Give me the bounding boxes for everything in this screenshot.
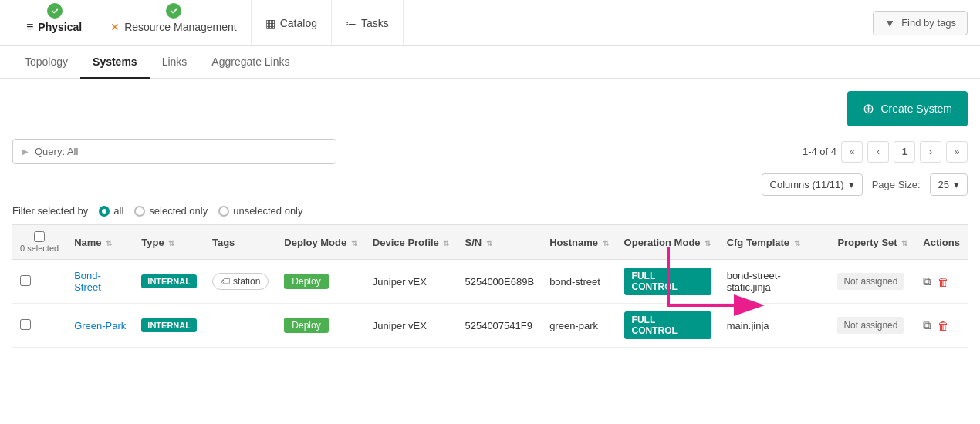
th-sn[interactable]: S/N ⇅: [457, 225, 542, 260]
query-bar[interactable]: ▶ Query: All: [12, 139, 336, 164]
row1-type-badge: INTERNAL: [141, 274, 197, 288]
table-container: 0 selected Name ⇅ Type ⇅ Tags: [12, 224, 968, 348]
pagination-info: 1-4 of 4 « ‹ 1 › »: [803, 141, 968, 163]
row1-actions: ⧉ 🗑: [915, 260, 968, 304]
columns-dropdown[interactable]: Columns (11/11) ▾: [762, 173, 863, 196]
row1-operation-mode: FULL CONTROL: [617, 260, 719, 304]
th-tags: Tags: [204, 225, 276, 260]
row1-name-link[interactable]: Bond-Street: [74, 270, 101, 293]
nav-label-catalog: Catalog: [280, 17, 317, 29]
row2-name: Green-Park: [66, 304, 133, 348]
create-system-label: Create System: [880, 103, 952, 115]
th-actions: Actions: [915, 225, 968, 260]
query-text: Query: All: [35, 146, 78, 157]
sort-sn-icon: ⇅: [486, 239, 492, 247]
radio-selected-only-icon: [134, 206, 145, 217]
pagination-last[interactable]: »: [946, 141, 968, 163]
sort-name-icon: ⇅: [106, 239, 112, 247]
pagesize-value: 25: [938, 179, 949, 190]
th-operation-mode[interactable]: Operation Mode ⇅: [617, 225, 719, 260]
row2-device-profile: Juniper vEX: [365, 304, 458, 348]
radio-all-icon: [99, 206, 110, 217]
sub-tabs: Topology Systems Links Aggregate Links: [0, 46, 980, 79]
th-hostname[interactable]: Hostname ⇅: [542, 225, 616, 260]
pagesize-chevron: ▾: [954, 179, 959, 190]
row2-hostname: green-park: [542, 304, 616, 348]
resource-management-icon: ✕: [110, 21, 120, 33]
tasks-icon: ≔: [346, 17, 357, 29]
row1-tag-badge: 🏷 station: [212, 273, 269, 290]
plus-icon: ⊕: [863, 100, 874, 117]
sort-device-profile-icon: ⇅: [443, 239, 449, 247]
row1-property-set: Not assigned: [830, 260, 915, 304]
th-name[interactable]: Name ⇅: [66, 225, 133, 260]
filter-unselected-only-option[interactable]: unselected only: [218, 205, 302, 217]
row1-sn: 5254000E689B: [457, 260, 542, 304]
pagesize-label: Page Size:: [872, 179, 921, 190]
filter-selected-only-label: selected only: [149, 205, 208, 217]
th-device-profile[interactable]: Device Profile ⇅: [365, 225, 458, 260]
pagesize-dropdown[interactable]: 25 ▾: [930, 173, 968, 196]
tab-aggregate-links[interactable]: Aggregate Links: [199, 46, 302, 79]
columns-chevron: ▾: [849, 179, 854, 190]
row2-type: INTERNAL: [133, 304, 204, 348]
pagination-first[interactable]: «: [841, 141, 863, 163]
row1-config-template: bond-street-static.jinja: [719, 260, 830, 304]
filter-all-label: all: [113, 205, 123, 217]
row2-checkbox[interactable]: [20, 319, 31, 330]
row2-property-set: Not assigned: [830, 304, 915, 348]
row2-delete-icon[interactable]: 🗑: [938, 319, 949, 332]
tab-links[interactable]: Links: [150, 46, 200, 79]
pagination-prev[interactable]: ‹: [867, 141, 889, 163]
th-type[interactable]: Type ⇅: [133, 225, 204, 260]
select-all-checkbox[interactable]: [34, 231, 45, 242]
tab-systems[interactable]: Systems: [80, 46, 150, 79]
tag-icon: 🏷: [221, 276, 230, 287]
row1-checkbox-cell: [12, 260, 66, 304]
pagination-page-1[interactable]: 1: [894, 141, 915, 163]
row1-hostname: bond-street: [542, 260, 616, 304]
sort-cfg-template-icon: ⇅: [794, 239, 800, 247]
row1-deploy-mode: Deploy: [276, 260, 365, 304]
create-system-row: ⊕ Create System: [12, 91, 968, 126]
row2-checkbox-cell: [12, 304, 66, 348]
nav-item-tasks[interactable]: ≔ Tasks: [332, 0, 404, 45]
row2-copy-icon[interactable]: ⧉: [923, 318, 931, 332]
filter-label: Filter selected by: [12, 205, 88, 217]
row2-op-mode-badge: FULL CONTROL: [624, 311, 711, 339]
filter-icon: ▼: [884, 17, 895, 29]
row2-name-link[interactable]: Green-Park: [74, 320, 126, 331]
th-property-set[interactable]: Property Set ⇅: [830, 225, 915, 260]
row1-delete-icon[interactable]: 🗑: [938, 275, 949, 288]
query-expand-icon: ▶: [22, 147, 29, 156]
sort-op-mode-icon: ⇅: [705, 239, 711, 247]
columns-row: Columns (11/11) ▾ Page Size: 25 ▾: [12, 173, 968, 196]
sort-hostname-icon: ⇅: [603, 239, 609, 247]
pagination-next[interactable]: ›: [920, 141, 941, 163]
create-system-button[interactable]: ⊕ Create System: [847, 91, 968, 126]
row2-actions-cell: ⧉ 🗑: [923, 318, 960, 332]
nav-item-catalog[interactable]: ▦ Catalog: [252, 0, 332, 45]
query-pagination-row: ▶ Query: All 1-4 of 4 « ‹ 1 › »: [12, 139, 968, 164]
row2-property-set-badge: Not assigned: [837, 317, 904, 334]
filter-selected-only-option[interactable]: selected only: [134, 205, 208, 217]
row1-copy-icon[interactable]: ⧉: [923, 274, 931, 288]
tab-topology[interactable]: Topology: [12, 46, 80, 79]
top-nav: ≡ Physical ✕ Resource Management ▦ Catal…: [0, 0, 980, 46]
filter-all-option[interactable]: all: [99, 205, 123, 217]
columns-label: Columns (11/11): [770, 179, 844, 190]
nav-label-physical: Physical: [38, 21, 82, 33]
sort-type-icon: ⇅: [168, 239, 174, 247]
physical-icon: ≡: [26, 20, 33, 34]
find-by-tags-button[interactable]: ▼ Find by tags: [873, 11, 968, 35]
row1-checkbox[interactable]: [20, 275, 31, 286]
row2-config-template: main.jinja: [719, 304, 830, 348]
filter-unselected-only-label: unselected only: [233, 205, 302, 217]
th-config-template[interactable]: Cfg Template ⇅: [719, 225, 830, 260]
nav-item-physical[interactable]: ≡ Physical: [12, 0, 96, 45]
th-deploy-mode[interactable]: Deploy Mode ⇅: [276, 225, 365, 260]
row1-op-mode-badge: FULL CONTROL: [624, 268, 711, 295]
nav-label-tasks: Tasks: [361, 17, 389, 29]
nav-item-resource-management[interactable]: ✕ Resource Management: [96, 0, 252, 45]
nav-label-resource-management: Resource Management: [124, 21, 237, 33]
